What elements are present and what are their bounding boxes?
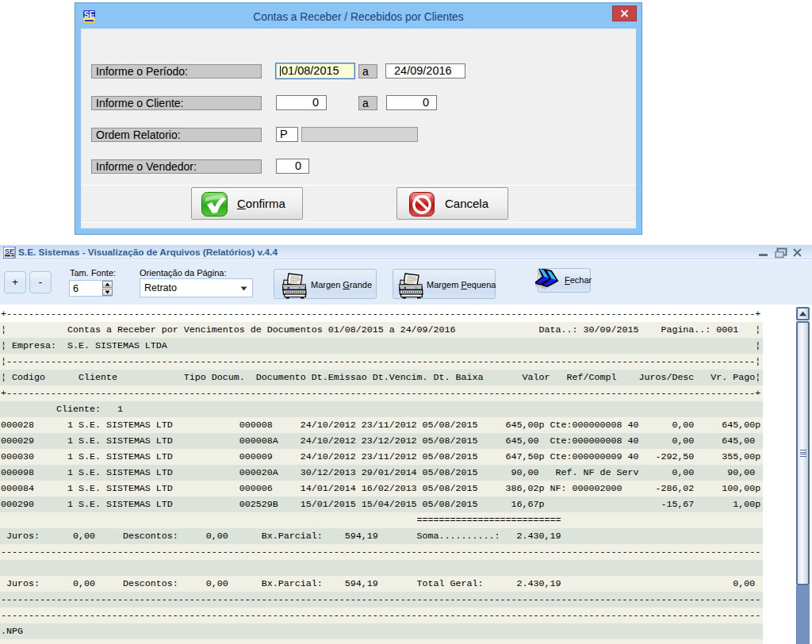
svg-text:SE: SE (84, 10, 95, 19)
svg-text:SE: SE (5, 247, 14, 255)
